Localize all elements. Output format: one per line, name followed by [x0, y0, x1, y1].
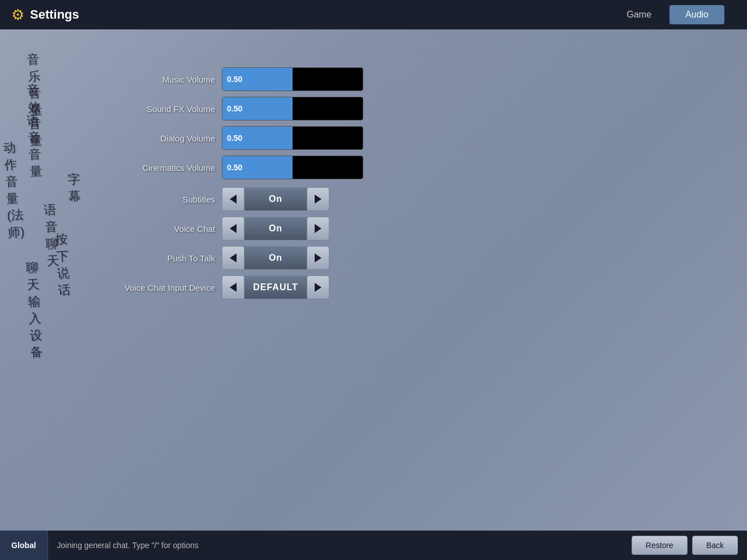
- dialog-volume-bar[interactable]: 0.50: [222, 126, 363, 150]
- annotation-dialog: 语音音量: [27, 112, 42, 180]
- music-volume-bar[interactable]: 0.50: [222, 67, 363, 91]
- annotation-music: 音乐音量: [27, 51, 42, 119]
- voice-chat-label: Voice Chat: [113, 224, 215, 234]
- back-button[interactable]: Back: [692, 536, 738, 555]
- tab-game[interactable]: Game: [611, 5, 668, 24]
- voice-chat-row: Voice ChatOn: [113, 214, 747, 243]
- music-volume-row: Music Volume0.50: [113, 64, 747, 94]
- push-to-talk-value: On: [244, 246, 307, 270]
- status-bar: Global Joining general chat. Type "/" fo…: [0, 531, 747, 560]
- header: ⚙ Settings Game Audio: [0, 0, 747, 29]
- dialog-volume-row: Dialog Volume0.50: [113, 123, 747, 153]
- subtitles-next-btn[interactable]: [307, 187, 329, 211]
- voice-chat-input-device-prev-btn[interactable]: [222, 275, 244, 299]
- annotation-pushtotalk: 按下说话: [55, 231, 71, 299]
- dialog-volume-filled: 0.50: [222, 127, 293, 149]
- subtitles-label: Subtitles: [113, 195, 215, 204]
- annotation-subtitles: 字幕: [67, 170, 81, 205]
- soundfx-volume-row: Sound FX Volume0.50: [113, 94, 747, 123]
- cinematics-volume-row: Cinematics Volume0.50: [113, 153, 747, 182]
- dialog-volume-empty: [293, 127, 363, 149]
- soundfx-volume-bar[interactable]: 0.50: [222, 97, 363, 120]
- voice-chat-value: On: [244, 217, 307, 240]
- tab-audio[interactable]: Audio: [669, 5, 724, 24]
- toggle-rows: SubtitlesOnVoice ChatOnPush To TalkOnVoi…: [113, 184, 747, 302]
- annotation-soundfx: 音效音量: [27, 81, 42, 150]
- subtitles-prev-btn[interactable]: [222, 187, 244, 211]
- voice-chat-input-device-row: Voice Chat Input DeviceDEFAULT: [113, 273, 747, 302]
- music-volume-empty: [293, 68, 363, 91]
- annotation-voicechat: 语音 聊天: [44, 201, 59, 270]
- voice-chat-input-device-next-btn[interactable]: [307, 275, 329, 299]
- voice-chat-input-device-label: Voice Chat Input Device: [113, 283, 215, 292]
- app-title: Settings: [30, 7, 79, 22]
- push-to-talk-label: Push To Talk: [113, 253, 215, 263]
- volume-rows: Music Volume0.50Sound FX Volume0.50Dialo…: [113, 64, 747, 182]
- annotation-inputdevice: 聊天输入设备: [25, 259, 43, 361]
- cinematics-volume-filled: 0.50: [222, 156, 293, 179]
- soundfx-volume-empty: [293, 97, 363, 120]
- global-channel-tab[interactable]: Global: [0, 531, 48, 560]
- soundfx-volume-label: Sound FX Volume: [113, 104, 215, 114]
- voice-chat-input-device-value: DEFAULT: [244, 275, 307, 299]
- header-tabs: Game Audio: [611, 5, 725, 24]
- voice-chat-toggle: On: [222, 217, 329, 240]
- subtitles-toggle: On: [222, 187, 329, 211]
- gear-icon: ⚙: [11, 6, 24, 24]
- cinematics-volume-empty: [293, 156, 363, 179]
- voice-chat-prev-btn[interactable]: [222, 217, 244, 240]
- cinematics-volume-bar[interactable]: 0.50: [222, 156, 363, 179]
- subtitles-row: SubtitlesOn: [113, 184, 747, 214]
- soundfx-volume-filled: 0.50: [222, 97, 293, 120]
- header-left: ⚙ Settings: [11, 6, 79, 24]
- status-buttons: Restore Back: [632, 536, 747, 555]
- music-volume-filled: 0.50: [222, 68, 293, 91]
- push-to-talk-toggle: On: [222, 246, 329, 270]
- settings-area: Music Volume0.50Sound FX Volume0.50Dialo…: [113, 64, 747, 302]
- push-to-talk-prev-btn[interactable]: [222, 246, 244, 270]
- voice-chat-next-btn[interactable]: [307, 217, 329, 240]
- push-to-talk-row: Push To TalkOn: [113, 243, 747, 273]
- music-volume-label: Music Volume: [113, 75, 215, 84]
- restore-button[interactable]: Restore: [632, 536, 688, 555]
- voice-chat-input-device-toggle: DEFAULT: [222, 275, 329, 299]
- subtitles-value: On: [244, 187, 307, 211]
- cinematics-volume-label: Cinematics Volume: [113, 163, 215, 173]
- annotation-cinematics: 动作音量(法师): [3, 139, 25, 241]
- status-message: Joining general chat. Type "/" for optio…: [48, 541, 632, 550]
- push-to-talk-next-btn[interactable]: [307, 246, 329, 270]
- dialog-volume-label: Dialog Volume: [113, 133, 215, 143]
